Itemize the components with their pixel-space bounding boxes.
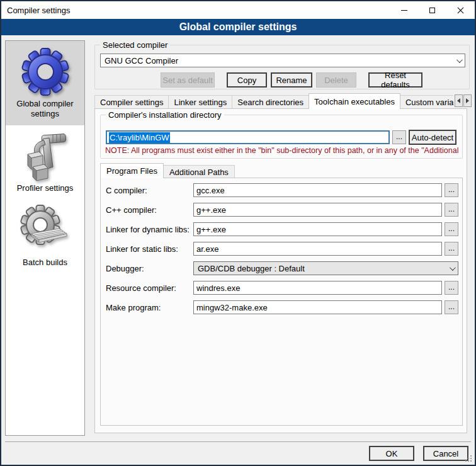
- chevron-down-icon: [456, 57, 463, 63]
- debugger-select-value: GDB/CDB debugger : Default: [198, 264, 450, 273]
- debugger-select[interactable]: GDB/CDB debugger : Default: [193, 261, 458, 275]
- make-program-input[interactable]: [193, 300, 442, 314]
- delete-button[interactable]: Delete: [316, 72, 356, 88]
- tab-linker-settings[interactable]: Linker settings: [168, 95, 232, 109]
- sidebar-item-global-compiler-settings[interactable]: Global compiler settings: [6, 41, 84, 125]
- tab-scroll-right-button[interactable]: [463, 94, 472, 107]
- resize-grip-icon[interactable]: [470, 455, 472, 457]
- install-directory-browse-button[interactable]: ...: [392, 130, 406, 144]
- subtab-additional-paths[interactable]: Additional Paths: [163, 165, 235, 178]
- tab-search-directories[interactable]: Search directories: [232, 95, 309, 109]
- sidebar-item-label: Global compiler settings: [7, 99, 83, 119]
- window-title: Compiler settings: [1, 6, 390, 15]
- caption-buttons: [390, 1, 475, 19]
- compiler-buttons-row: Set as default Copy Rename Delete Reset …: [95, 72, 469, 88]
- rename-button[interactable]: Rename: [271, 72, 312, 88]
- sidebar-item-label: Profiler settings: [7, 183, 83, 193]
- auto-detect-button[interactable]: Auto-detect: [409, 130, 456, 145]
- sidebar-item-batch-builds[interactable]: Batch builds: [6, 200, 84, 274]
- make-program-label: Make program:: [106, 303, 193, 312]
- tab-custom-variables[interactable]: Custom variables: [400, 95, 453, 109]
- cpp-compiler-browse-button[interactable]: ...: [445, 203, 458, 217]
- c-compiler-label: C compiler:: [106, 186, 193, 195]
- cpp-compiler-row: C++ compiler: ...: [106, 203, 458, 217]
- sidebar-item-profiler-settings[interactable]: Profiler settings: [6, 125, 84, 200]
- dynamic-linker-browse-button[interactable]: ...: [445, 222, 458, 236]
- selected-compiler-group: Selected compiler GNU GCC Compiler Set a…: [94, 45, 470, 89]
- static-linker-row: Linker for static libs: ...: [106, 242, 458, 256]
- compiler-select-value: GNU GCC Compiler: [105, 56, 456, 65]
- install-directory-group: Compiler's installation directory C:\ray…: [100, 115, 463, 159]
- static-linker-label: Linker for static libs:: [106, 244, 193, 254]
- resource-compiler-label: Resource compiler:: [106, 283, 193, 293]
- cancel-button[interactable]: Cancel: [423, 446, 468, 461]
- title-bar[interactable]: Compiler settings: [1, 1, 475, 19]
- tab-compiler-settings[interactable]: Compiler settings: [94, 95, 169, 109]
- footer-separator: [5, 441, 471, 442]
- close-icon: [457, 7, 464, 14]
- set-as-default-button[interactable]: Set as default: [161, 72, 215, 88]
- close-button[interactable]: [446, 1, 475, 19]
- program-files-page: C compiler: ... C++ compiler: ... Linker…: [100, 178, 463, 426]
- maximize-button[interactable]: [418, 1, 446, 19]
- cpp-compiler-label: C++ compiler:: [106, 205, 193, 215]
- settings-category-list: Global compiler settings: [5, 40, 85, 436]
- cpp-compiler-input[interactable]: [193, 203, 442, 217]
- ok-button[interactable]: OK: [369, 446, 414, 461]
- compiler-settings-dialog: Compiler settings Global compiler settin…: [0, 0, 476, 466]
- minimize-icon: [401, 10, 407, 11]
- install-directory-note: NOTE: All programs must exist either in …: [105, 146, 460, 155]
- c-compiler-browse-button[interactable]: ...: [445, 183, 458, 197]
- dynamic-linker-label: Linker for dynamic libs:: [106, 225, 193, 234]
- triangle-right-icon: [466, 98, 469, 103]
- static-linker-input[interactable]: [193, 242, 442, 256]
- c-compiler-row: C compiler: ...: [106, 183, 458, 197]
- install-directory-input[interactable]: C:\raylib\MinGW: [106, 130, 390, 144]
- resource-compiler-input[interactable]: [193, 281, 442, 295]
- toolchain-executables-page: Compiler's installation directory C:\ray…: [94, 108, 467, 433]
- install-directory-selected-text: C:\raylib\MinGW: [109, 132, 170, 143]
- make-program-row: Make program: ...: [106, 300, 458, 314]
- static-linker-browse-button[interactable]: ...: [445, 242, 458, 256]
- resource-compiler-browse-button[interactable]: ...: [445, 281, 458, 295]
- resource-compiler-row: Resource compiler: ...: [106, 281, 458, 295]
- tab-scroll-left-button[interactable]: [455, 94, 463, 107]
- reset-defaults-button[interactable]: Reset defaults: [368, 72, 422, 88]
- blue-gear-icon: [20, 46, 71, 98]
- page-title: Global compiler settings: [1, 19, 475, 35]
- debugger-row: Debugger: GDB/CDB debugger : Default: [106, 261, 458, 275]
- tab-scroll-buttons: [454, 94, 472, 107]
- tab-toolchain-executables[interactable]: Toolchain executables: [309, 93, 400, 109]
- selected-compiler-group-label: Selected compiler: [100, 40, 170, 50]
- chevron-down-icon: [450, 264, 456, 271]
- settings-tabstrip: Compiler settings Linker settings Search…: [94, 93, 453, 109]
- dynamic-linker-input[interactable]: [193, 222, 442, 236]
- install-directory-group-label: Compiler's installation directory: [106, 110, 224, 120]
- c-compiler-input[interactable]: [193, 183, 442, 197]
- triangle-left-icon: [457, 98, 460, 103]
- dynamic-linker-row: Linker for dynamic libs: ...: [106, 222, 458, 236]
- minimize-button[interactable]: [390, 1, 418, 19]
- caliper-icon: [20, 130, 71, 182]
- make-program-browse-button[interactable]: ...: [445, 300, 458, 314]
- sidebar-item-label: Batch builds: [7, 258, 83, 268]
- compiler-select[interactable]: GNU GCC Compiler: [100, 54, 465, 67]
- subtab-program-files[interactable]: Program Files: [100, 163, 164, 178]
- maximize-icon: [429, 8, 435, 13]
- gray-gear-stack-icon: [20, 205, 71, 256]
- programs-subtabstrip: Program Files Additional Paths: [100, 163, 234, 178]
- copy-button[interactable]: Copy: [227, 72, 267, 88]
- debugger-label: Debugger:: [106, 264, 193, 273]
